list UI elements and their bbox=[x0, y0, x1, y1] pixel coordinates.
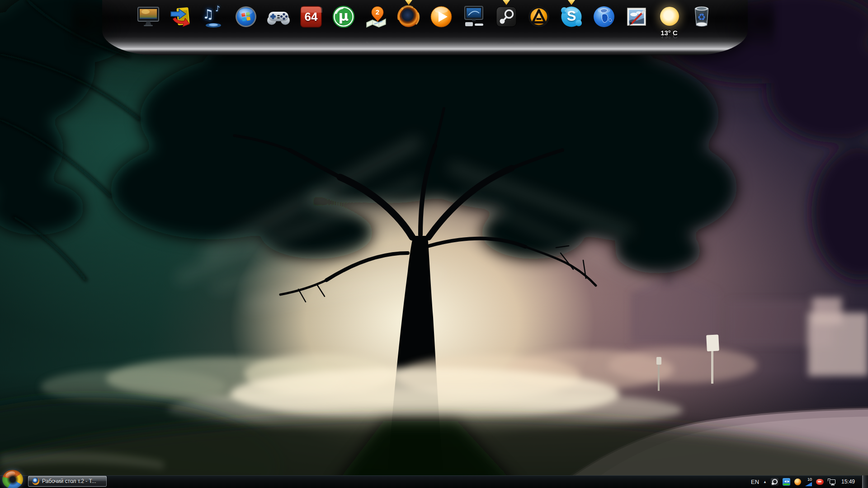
net-meter-value: 10 bbox=[807, 478, 812, 482]
x64-icon: 64 bbox=[298, 4, 324, 29]
maps-2gis-icon: 2 bbox=[363, 4, 389, 29]
dock-item-media-player-orange[interactable] bbox=[429, 4, 454, 38]
teamviewer-tray-icon[interactable]: ◄► bbox=[783, 478, 790, 486]
show-desktop-button[interactable] bbox=[862, 475, 868, 488]
network-tray-icon[interactable] bbox=[828, 479, 835, 485]
dock-item-folder-sync[interactable] bbox=[168, 4, 193, 38]
task-label: Рабочий стол т.2 - Т... bbox=[42, 478, 96, 484]
aimp-icon bbox=[526, 4, 552, 29]
start-button[interactable] bbox=[2, 470, 23, 488]
taskbar: Рабочий стол т.2 - Т... EN ▲ ◄► 10 bbox=[0, 475, 868, 488]
media-center-icon bbox=[461, 4, 486, 29]
dock-item-desktop-preview[interactable] bbox=[136, 4, 161, 38]
folder-sync-icon bbox=[168, 4, 193, 29]
dock-item-image-editor[interactable] bbox=[624, 4, 649, 38]
music-player-icon: ♫ ♪ bbox=[201, 4, 226, 29]
media-player-orange-icon bbox=[429, 4, 454, 29]
red-badge-tray-icon[interactable] bbox=[816, 479, 824, 485]
firefox-task-icon bbox=[32, 478, 39, 485]
gamepad-icon bbox=[266, 4, 291, 29]
dock-icon-row: ♫ ♪ bbox=[102, 4, 748, 38]
steam-icon bbox=[494, 4, 519, 29]
dock-item-aimp[interactable] bbox=[526, 4, 552, 38]
orange-ball-tray-icon[interactable] bbox=[794, 479, 801, 485]
recycle-bin-icon: ♻ bbox=[689, 4, 714, 29]
teamviewer-arrows: ◄► bbox=[783, 480, 789, 483]
language-indicator[interactable]: EN bbox=[751, 479, 759, 485]
net-meter-triangle bbox=[805, 482, 812, 486]
steam-tray-icon[interactable] bbox=[771, 478, 778, 486]
hidden-icons-arrow[interactable]: ▲ bbox=[763, 480, 767, 484]
dock-item-music-player[interactable]: ♫ ♪ bbox=[201, 4, 226, 38]
firefox-icon bbox=[396, 4, 421, 29]
weather-temperature: 13° C bbox=[653, 29, 685, 37]
dock-item-skype[interactable]: S bbox=[559, 4, 584, 38]
web-globe-icon bbox=[591, 4, 617, 29]
weather-sun-icon bbox=[656, 4, 682, 29]
dock-item-firefox[interactable] bbox=[396, 4, 421, 38]
taskbar-task-firefox[interactable]: Рабочий стол т.2 - Т... bbox=[28, 476, 107, 487]
dock-item-gamepad[interactable] bbox=[266, 4, 291, 38]
windows-orb-icon bbox=[233, 4, 259, 29]
dock-item-x64[interactable]: 64 bbox=[298, 4, 324, 38]
desktop: ♫ ♪ bbox=[0, 0, 868, 488]
utorrent-icon: µ bbox=[331, 4, 356, 29]
clock[interactable]: 15:49 bbox=[840, 479, 858, 485]
desktop-preview-icon bbox=[136, 4, 161, 29]
dock-item-weather[interactable]: 13° C bbox=[656, 4, 682, 38]
dock-item-utorrent[interactable]: µ bbox=[331, 4, 356, 38]
system-tray: EN ▲ ◄► 10 15:49 bbox=[751, 475, 868, 488]
dock-item-media-center[interactable] bbox=[461, 4, 486, 38]
dock: ♫ ♪ bbox=[102, 0, 748, 55]
dock-item-web-globe[interactable] bbox=[591, 4, 617, 38]
dock-item-maps-2gis[interactable]: 2 bbox=[363, 4, 389, 38]
net-meter-tray-icon[interactable]: 10 bbox=[805, 478, 812, 486]
image-editor-icon bbox=[624, 4, 649, 29]
dock-item-steam[interactable] bbox=[494, 4, 519, 38]
skype-icon: S bbox=[559, 4, 584, 29]
dock-item-recycle-bin[interactable]: ♻ bbox=[689, 4, 714, 38]
dock-item-windows-orb[interactable] bbox=[233, 4, 259, 38]
wallpaper-silhouettes bbox=[0, 0, 868, 488]
